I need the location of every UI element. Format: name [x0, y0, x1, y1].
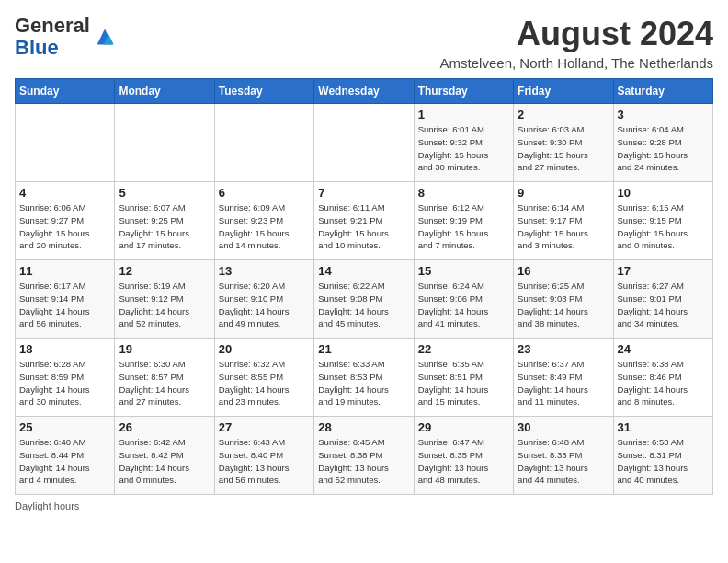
calendar-cell: 18Sunrise: 6:28 AM Sunset: 8:59 PM Dayli… — [16, 339, 115, 417]
day-info: Sunrise: 6:28 AM Sunset: 8:59 PM Dayligh… — [19, 358, 110, 408]
calendar-day-header: Thursday — [414, 79, 513, 104]
day-number: 18 — [19, 342, 110, 356]
day-number: 29 — [418, 420, 509, 434]
calendar-cell: 23Sunrise: 6:37 AM Sunset: 8:49 PM Dayli… — [514, 339, 613, 417]
calendar-cell: 28Sunrise: 6:45 AM Sunset: 8:38 PM Dayli… — [314, 417, 414, 495]
calendar-cell: 11Sunrise: 6:17 AM Sunset: 9:14 PM Dayli… — [16, 260, 115, 339]
day-number: 4 — [19, 186, 110, 200]
calendar-week-row: 11Sunrise: 6:17 AM Sunset: 9:14 PM Dayli… — [16, 260, 713, 339]
day-number: 1 — [418, 108, 509, 121]
calendar-cell: 4Sunrise: 6:06 AM Sunset: 9:27 PM Daylig… — [16, 182, 115, 260]
calendar-cell: 8Sunrise: 6:12 AM Sunset: 9:19 PM Daylig… — [414, 182, 513, 260]
day-number: 16 — [518, 264, 609, 278]
calendar-cell: 2Sunrise: 6:03 AM Sunset: 9:30 PM Daylig… — [514, 104, 613, 182]
calendar-cell: 19Sunrise: 6:30 AM Sunset: 8:57 PM Dayli… — [115, 339, 214, 417]
calendar-week-row: 18Sunrise: 6:28 AM Sunset: 8:59 PM Dayli… — [16, 339, 713, 417]
calendar-week-row: 4Sunrise: 6:06 AM Sunset: 9:27 PM Daylig… — [16, 182, 713, 260]
logo-icon — [92, 24, 118, 50]
calendar-day-header: Sunday — [16, 79, 115, 104]
day-info: Sunrise: 6:14 AM Sunset: 9:17 PM Dayligh… — [518, 201, 609, 252]
day-info: Sunrise: 6:11 AM Sunset: 9:21 PM Dayligh… — [318, 201, 409, 252]
calendar-cell: 30Sunrise: 6:48 AM Sunset: 8:33 PM Dayli… — [514, 417, 613, 495]
day-number: 3 — [618, 108, 709, 121]
calendar-cell: 16Sunrise: 6:25 AM Sunset: 9:03 PM Dayli… — [514, 260, 613, 339]
day-info: Sunrise: 6:33 AM Sunset: 8:53 PM Dayligh… — [318, 358, 409, 408]
day-info: Sunrise: 6:04 AM Sunset: 9:28 PM Dayligh… — [618, 123, 709, 174]
day-info: Sunrise: 6:30 AM Sunset: 8:57 PM Dayligh… — [119, 358, 210, 408]
calendar-cell: 21Sunrise: 6:33 AM Sunset: 8:53 PM Dayli… — [314, 339, 414, 417]
calendar-cell: 25Sunrise: 6:40 AM Sunset: 8:44 PM Dayli… — [16, 417, 115, 495]
calendar-day-header: Saturday — [613, 79, 712, 104]
day-number: 21 — [318, 342, 409, 356]
calendar-cell — [314, 104, 414, 182]
day-number: 31 — [618, 420, 709, 434]
calendar-day-header: Tuesday — [214, 79, 313, 104]
calendar-cell: 15Sunrise: 6:24 AM Sunset: 9:06 PM Dayli… — [414, 260, 513, 339]
day-info: Sunrise: 6:06 AM Sunset: 9:27 PM Dayligh… — [19, 201, 110, 252]
footnote: Daylight hours — [15, 500, 713, 511]
calendar-cell: 14Sunrise: 6:22 AM Sunset: 9:08 PM Dayli… — [314, 260, 414, 339]
day-number: 11 — [19, 264, 110, 278]
calendar-cell: 9Sunrise: 6:14 AM Sunset: 9:17 PM Daylig… — [514, 182, 613, 260]
logo-blue-text: Blue — [15, 36, 59, 59]
calendar-cell: 5Sunrise: 6:07 AM Sunset: 9:25 PM Daylig… — [115, 182, 214, 260]
calendar-table: SundayMondayTuesdayWednesdayThursdayFrid… — [15, 78, 713, 495]
day-info: Sunrise: 6:45 AM Sunset: 8:38 PM Dayligh… — [318, 436, 409, 487]
day-number: 23 — [518, 342, 609, 356]
day-number: 30 — [518, 420, 609, 434]
calendar-cell: 3Sunrise: 6:04 AM Sunset: 9:28 PM Daylig… — [613, 104, 712, 182]
day-info: Sunrise: 6:15 AM Sunset: 9:15 PM Dayligh… — [618, 201, 709, 252]
day-info: Sunrise: 6:03 AM Sunset: 9:30 PM Dayligh… — [518, 123, 609, 174]
day-info: Sunrise: 6:24 AM Sunset: 9:06 PM Dayligh… — [418, 280, 509, 330]
day-info: Sunrise: 6:38 AM Sunset: 8:46 PM Dayligh… — [618, 358, 709, 408]
day-info: Sunrise: 6:43 AM Sunset: 8:40 PM Dayligh… — [219, 436, 310, 487]
day-info: Sunrise: 6:50 AM Sunset: 8:31 PM Dayligh… — [618, 436, 709, 487]
day-info: Sunrise: 6:01 AM Sunset: 9:32 PM Dayligh… — [418, 123, 509, 174]
calendar-cell: 31Sunrise: 6:50 AM Sunset: 8:31 PM Dayli… — [613, 417, 712, 495]
day-number: 6 — [219, 186, 310, 200]
day-number: 7 — [318, 186, 409, 200]
calendar-cell: 27Sunrise: 6:43 AM Sunset: 8:40 PM Dayli… — [214, 417, 313, 495]
day-info: Sunrise: 6:17 AM Sunset: 9:14 PM Dayligh… — [19, 280, 110, 330]
page-header: General Blue August 2024 Amstelveen, Nor… — [15, 15, 713, 71]
day-info: Sunrise: 6:37 AM Sunset: 8:49 PM Dayligh… — [518, 358, 609, 408]
calendar-cell: 24Sunrise: 6:38 AM Sunset: 8:46 PM Dayli… — [613, 339, 712, 417]
day-number: 5 — [119, 186, 210, 200]
calendar-cell — [115, 104, 214, 182]
day-number: 9 — [518, 186, 609, 200]
month-year-title: August 2024 — [440, 15, 713, 53]
calendar-cell: 20Sunrise: 6:32 AM Sunset: 8:55 PM Dayli… — [214, 339, 313, 417]
calendar-cell: 17Sunrise: 6:27 AM Sunset: 9:01 PM Dayli… — [613, 260, 712, 339]
day-info: Sunrise: 6:42 AM Sunset: 8:42 PM Dayligh… — [119, 436, 210, 487]
day-info: Sunrise: 6:35 AM Sunset: 8:51 PM Dayligh… — [418, 358, 509, 408]
day-number: 14 — [318, 264, 409, 278]
calendar-week-row: 25Sunrise: 6:40 AM Sunset: 8:44 PM Dayli… — [16, 417, 713, 495]
calendar-day-header: Monday — [115, 79, 214, 104]
day-number: 12 — [119, 264, 210, 278]
calendar-cell: 7Sunrise: 6:11 AM Sunset: 9:21 PM Daylig… — [314, 182, 414, 260]
calendar-cell: 10Sunrise: 6:15 AM Sunset: 9:15 PM Dayli… — [613, 182, 712, 260]
day-number: 10 — [618, 186, 709, 200]
location-subtitle: Amstelveen, North Holland, The Netherlan… — [440, 55, 713, 71]
calendar-cell: 12Sunrise: 6:19 AM Sunset: 9:12 PM Dayli… — [115, 260, 214, 339]
day-number: 28 — [318, 420, 409, 434]
calendar-day-header: Friday — [514, 79, 613, 104]
day-number: 25 — [19, 420, 110, 434]
calendar-cell: 22Sunrise: 6:35 AM Sunset: 8:51 PM Dayli… — [414, 339, 513, 417]
day-number: 20 — [219, 342, 310, 356]
day-number: 22 — [418, 342, 509, 356]
day-info: Sunrise: 6:40 AM Sunset: 8:44 PM Dayligh… — [19, 436, 110, 487]
day-number: 19 — [119, 342, 210, 356]
day-info: Sunrise: 6:20 AM Sunset: 9:10 PM Dayligh… — [219, 280, 310, 330]
day-number: 2 — [518, 108, 609, 121]
day-number: 13 — [219, 264, 310, 278]
day-info: Sunrise: 6:27 AM Sunset: 9:01 PM Dayligh… — [618, 280, 709, 330]
day-info: Sunrise: 6:19 AM Sunset: 9:12 PM Dayligh… — [119, 280, 210, 330]
calendar-cell: 6Sunrise: 6:09 AM Sunset: 9:23 PM Daylig… — [214, 182, 313, 260]
calendar-week-row: 1Sunrise: 6:01 AM Sunset: 9:32 PM Daylig… — [16, 104, 713, 182]
day-number: 8 — [418, 186, 509, 200]
day-number: 26 — [119, 420, 210, 434]
title-block: August 2024 Amstelveen, North Holland, T… — [440, 15, 713, 71]
day-number: 27 — [219, 420, 310, 434]
calendar-cell: 29Sunrise: 6:47 AM Sunset: 8:35 PM Dayli… — [414, 417, 513, 495]
